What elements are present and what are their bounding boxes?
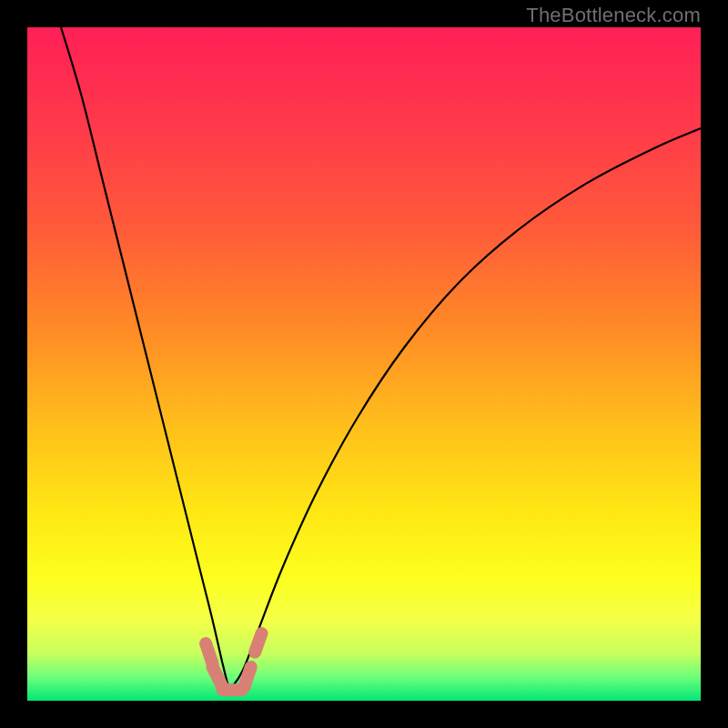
minimum-marker-icon [206, 633, 261, 690]
frame: TheBottleneck.com [0, 0, 728, 728]
plot-area [27, 27, 701, 701]
curve-layer [27, 27, 701, 701]
svg-line-1 [206, 643, 212, 663]
bottleneck-curve-right [229, 128, 701, 691]
watermark: TheBottleneck.com [526, 4, 701, 27]
svg-line-5 [255, 633, 261, 652]
svg-line-4 [244, 667, 250, 687]
bottleneck-curve-left [61, 27, 229, 691]
